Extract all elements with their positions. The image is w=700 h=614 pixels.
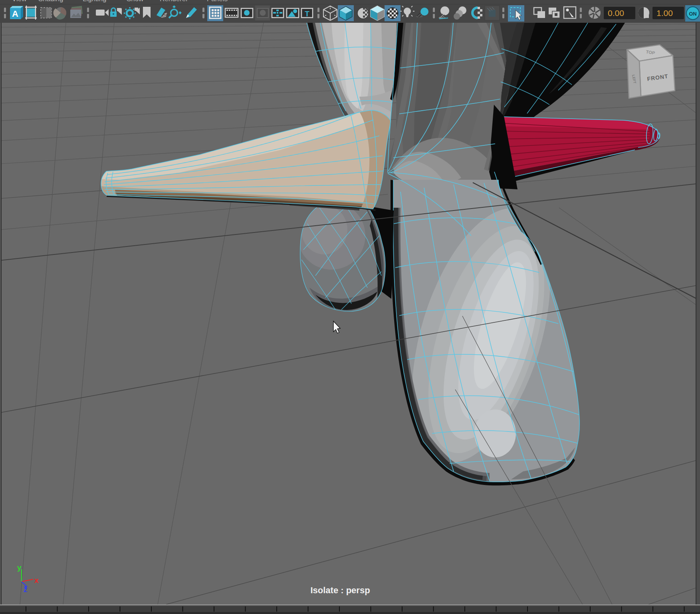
svg-text:T: T [305, 10, 309, 18]
svg-text:Renderer: Renderer [160, 0, 188, 3]
svg-text:Panels: Panels [207, 0, 228, 3]
svg-text:0.00: 0.00 [608, 8, 624, 18]
svg-text:Shading: Shading [38, 0, 63, 3]
svg-text:Lighting: Lighting [83, 0, 107, 3]
svg-text:View: View [12, 0, 27, 3]
svg-text:A: A [12, 9, 18, 19]
svg-text:x: x [34, 576, 39, 584]
svg-text:Show: Show [127, 0, 144, 3]
svg-text:Isolate : persp: Isolate : persp [310, 585, 370, 595]
svg-text:ON: ON [689, 11, 697, 17]
svg-text:1.00: 1.00 [656, 8, 673, 18]
svg-text:z: z [24, 585, 28, 594]
svg-text:y: y [17, 563, 22, 572]
